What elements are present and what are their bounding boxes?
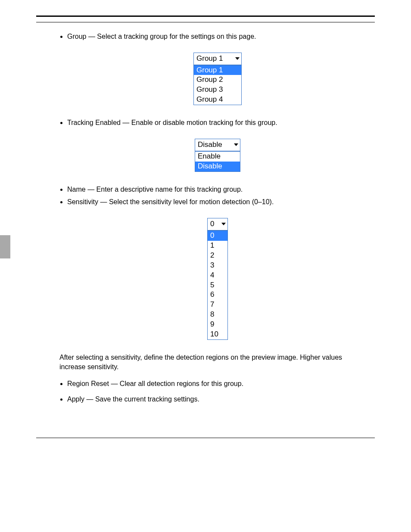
sensitivity-dropdown-selected[interactable]: 0 bbox=[207, 218, 228, 230]
paragraph-between: After selecting a sensitivity, define th… bbox=[59, 353, 368, 371]
dropdown-option[interactable]: 7 bbox=[208, 300, 227, 310]
bullet-apply-rest: — Save the current tracking settings. bbox=[84, 395, 199, 403]
bullet-reset-rest: — Clear all detection regions for this g… bbox=[109, 380, 243, 387]
dropdown-option[interactable]: 4 bbox=[208, 271, 227, 280]
bullet-region-reset: Region Reset — Clear all detection regio… bbox=[67, 379, 368, 389]
footer-rule bbox=[36, 438, 375, 438]
sensitivity-dropdown-list[interactable]: 012345678910 bbox=[207, 230, 228, 340]
bullet-sens-rest: — Select the sensitivity level for motio… bbox=[98, 198, 274, 205]
bullet-tracking-enabled: Tracking Enabled — Enable or disable mot… bbox=[67, 118, 368, 171]
dropdown-option[interactable]: Group 3 bbox=[194, 85, 241, 95]
dropdown-option[interactable]: 8 bbox=[208, 310, 227, 320]
group-dropdown-value: Group 1 bbox=[196, 54, 223, 62]
group-dropdown[interactable]: Group 1 Group 1Group 2Group 3Group 4 bbox=[193, 53, 242, 106]
bullet-sensitivity: Sensitivity — Select the sensitivity lev… bbox=[67, 197, 368, 340]
bullet-group-strong: Group bbox=[67, 33, 86, 40]
group-dropdown-list[interactable]: Group 1Group 2Group 3Group 4 bbox=[193, 65, 242, 106]
top-light-rule bbox=[36, 22, 375, 22]
dropdown-option[interactable]: 6 bbox=[208, 290, 227, 300]
group-dropdown-selected[interactable]: Group 1 bbox=[193, 53, 242, 65]
dropdown-option[interactable]: Group 4 bbox=[194, 95, 241, 105]
dropdown-option[interactable]: 10 bbox=[208, 330, 227, 339]
dropdown-option[interactable]: 1 bbox=[208, 241, 227, 251]
sensitivity-dropdown-value: 0 bbox=[210, 220, 214, 228]
sensitivity-dropdown[interactable]: 0 012345678910 bbox=[207, 218, 228, 340]
enable-dropdown[interactable]: Disable EnableDisable bbox=[195, 139, 240, 172]
bullet-enabled-strong: Tracking Enabled bbox=[67, 119, 121, 126]
bullet-sens-strong: Sensitivity bbox=[67, 198, 98, 205]
bullet-apply: Apply — Save the current tracking settin… bbox=[67, 395, 368, 404]
bullet-name: Name — Enter a descriptive name for this… bbox=[67, 185, 368, 194]
bullet-enabled-rest: — Enable or disable motion tracking for … bbox=[121, 119, 277, 126]
dropdown-option[interactable]: Disable bbox=[195, 162, 240, 171]
dropdown-option[interactable]: 5 bbox=[208, 280, 227, 290]
bullet-reset-strong: Region Reset bbox=[67, 380, 109, 387]
bullet-name-text: Name — Enter a descriptive name for this… bbox=[67, 186, 243, 193]
enable-dropdown-list[interactable]: EnableDisable bbox=[195, 151, 240, 172]
chevron-down-icon bbox=[234, 143, 238, 146]
dropdown-option[interactable]: 9 bbox=[208, 320, 227, 330]
dropdown-option[interactable]: Group 1 bbox=[194, 65, 241, 75]
dropdown-option[interactable]: Enable bbox=[195, 152, 240, 162]
bullet-apply-strong: Apply bbox=[67, 395, 84, 403]
enable-dropdown-selected[interactable]: Disable bbox=[195, 139, 240, 151]
bullet-group-rest: — Select a tracking group for the settin… bbox=[86, 33, 256, 40]
dropdown-option[interactable]: 0 bbox=[208, 231, 227, 241]
bullet-group: Group — Select a tracking group for the … bbox=[67, 32, 368, 105]
chevron-down-icon bbox=[221, 223, 226, 225]
enable-dropdown-value: Disable bbox=[198, 140, 222, 149]
top-heavy-rule bbox=[36, 16, 375, 17]
dropdown-option[interactable]: 3 bbox=[208, 261, 227, 271]
chevron-down-icon bbox=[235, 57, 240, 60]
dropdown-option[interactable]: Group 2 bbox=[194, 75, 241, 85]
dropdown-option[interactable]: 2 bbox=[208, 251, 227, 261]
sidebar-thumb-tab bbox=[0, 235, 10, 258]
